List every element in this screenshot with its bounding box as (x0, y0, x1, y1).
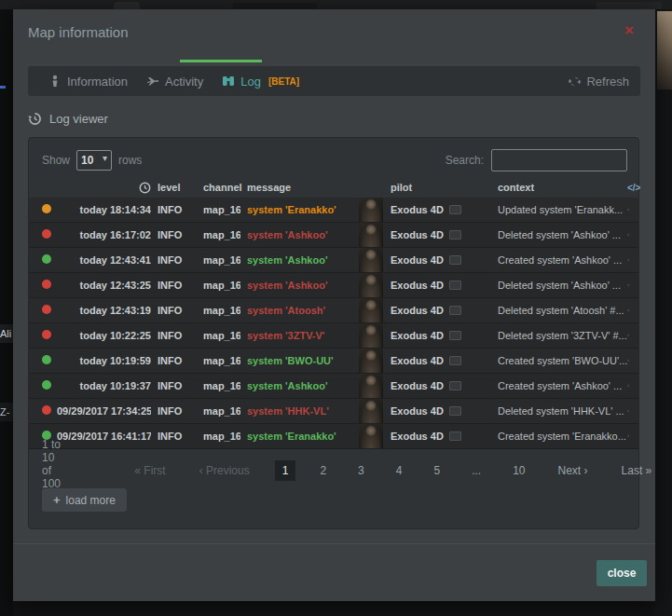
table-row[interactable]: today 10:19:37 INFO map_16 system 'Ashko… (29, 374, 638, 399)
code-icon: </> (627, 205, 629, 214)
pagination-page-4[interactable]: 4 (389, 460, 410, 481)
pilot-avatar (359, 424, 383, 448)
dialog-header: Map information × (13, 9, 655, 54)
log-context: Created system 'Ashkoo' ... (498, 380, 627, 391)
log-context: Created system 'Ashkoo' ... (498, 254, 627, 266)
pilot-name: Exodus 4D (391, 380, 444, 391)
pagination-previous[interactable]: ‹ Previous (190, 460, 259, 481)
log-channel: map_16 (197, 431, 240, 442)
page-background-left (0, 9, 13, 616)
pilot-card-icon (449, 381, 461, 390)
pilot-card-icon (449, 230, 461, 240)
table-row[interactable]: today 12:43:19 INFO map_16 system 'Atoos… (29, 298, 638, 323)
pilot-name: Exodus 4D (391, 405, 444, 417)
table-row[interactable]: today 12:43:25 INFO map_16 system 'Ashko… (29, 273, 638, 298)
close-icon[interactable]: × (620, 21, 638, 40)
pagination-page-1[interactable]: 1 (275, 460, 296, 481)
pagination-next[interactable]: Next › (549, 460, 597, 481)
status-dot (42, 330, 51, 339)
pagination-page-5[interactable]: 5 (426, 460, 447, 481)
table-row[interactable]: 09/29/2017 16:41:17 INFO map_16 system '… (29, 424, 638, 449)
log-context: Updated system 'Eranakk... (498, 204, 627, 215)
table-row[interactable]: today 12:43:41 INFO map_16 system 'Ashko… (29, 248, 638, 273)
search-input[interactable] (491, 149, 627, 171)
table-header-row: level channel message pilot context </> (29, 177, 638, 198)
log-message: system '3ZTV-V' (240, 330, 359, 341)
pagination-page-2[interactable]: 2 (312, 460, 334, 481)
pagination-page-...[interactable]: ... (464, 460, 488, 481)
log-message: system 'Ashkoo' (240, 254, 359, 266)
code-icon: </> (627, 183, 640, 193)
map-information-dialog: Map information × Information Activity L… (13, 9, 655, 601)
log-context: Deleted system 'HHK-VL' ... (498, 405, 627, 417)
header-pilot[interactable]: pilot (387, 182, 498, 193)
tab-information[interactable]: Information (39, 66, 137, 96)
status-dot (42, 305, 51, 314)
plus-icon: + (53, 493, 61, 507)
log-message: system 'Eranakko' (240, 431, 359, 442)
background-portrait-fragment (657, 11, 672, 89)
status-dot (42, 280, 51, 289)
pilot-name: Exodus 4D (391, 305, 444, 316)
header-message[interactable]: message (240, 182, 359, 193)
close-button[interactable]: close (597, 560, 647, 586)
tab-label: Information (67, 75, 128, 89)
table-row[interactable]: today 10:22:25 INFO map_16 system '3ZTV-… (29, 323, 638, 349)
background-blue-line-fragment (0, 86, 6, 89)
log-channel: map_16 (197, 254, 240, 266)
log-level: INFO (151, 405, 197, 417)
rows-label: rows (118, 154, 142, 167)
table-row[interactable]: 09/29/2017 17:34:25 INFO map_16 system '… (29, 399, 638, 424)
pilot-avatar (359, 198, 383, 222)
pagination-page-10[interactable]: 10 (505, 460, 532, 481)
pagination-page-3[interactable]: 3 (350, 460, 372, 481)
pilot-card-icon (449, 306, 461, 315)
table-row[interactable]: today 16:17:02 INFO map_16 system 'Ashko… (29, 223, 638, 248)
log-time: today 10:19:59 (57, 355, 151, 366)
code-icon: </> (627, 306, 629, 315)
tab-label: Activity (165, 75, 203, 89)
header-channel[interactable]: channel (197, 182, 240, 193)
log-channel: map_16 (197, 380, 240, 391)
pilot-name: Exodus 4D (391, 431, 444, 442)
page-size-select[interactable]: 10 (76, 150, 112, 171)
table-row[interactable]: today 18:14:34 INFO map_16 system 'Erana… (29, 198, 638, 223)
beta-badge: [BETA] (268, 76, 299, 87)
pilot-name: Exodus 4D (391, 355, 444, 366)
plane-icon (146, 75, 159, 88)
pilot-card-icon (449, 356, 461, 365)
pagination-first[interactable]: « First (125, 460, 174, 481)
load-more-button[interactable]: + load more (42, 488, 127, 512)
pilot-avatar (359, 374, 383, 398)
table-row[interactable]: today 10:19:59 INFO map_16 system 'BWO-U… (29, 349, 638, 374)
code-icon: </> (627, 381, 629, 390)
code-icon: </> (627, 431, 629, 441)
log-level: INFO (151, 204, 197, 215)
pilot-card-icon (449, 331, 461, 340)
log-viewer-heading: Log viewer (28, 109, 640, 128)
code-icon: </> (627, 230, 629, 240)
log-time: today 10:19:37 (57, 380, 151, 391)
tab-activity[interactable]: Activity (137, 66, 213, 96)
status-dot (42, 204, 51, 213)
log-message: system 'BWO-UU' (240, 355, 359, 366)
pagination-last[interactable]: Last » (612, 460, 662, 481)
tab-log[interactable]: Log [BETA] (213, 66, 309, 96)
header-context[interactable]: context (498, 182, 627, 193)
pilot-avatar (359, 349, 383, 373)
log-level: INFO (151, 355, 197, 366)
log-message: system 'HHK-VL' (240, 405, 359, 417)
log-message: system 'Ashkoo' (240, 229, 359, 240)
refresh-button[interactable]: Refresh (569, 75, 629, 89)
browser-bar-fragment (597, 2, 662, 9)
page-background-right (655, 9, 672, 616)
pagination: 1 to 10 of 100 rows « First ‹ Previous 1… (29, 459, 638, 483)
background-label-fragment: Ali (0, 324, 13, 343)
log-time: today 18:14:34 (57, 204, 151, 215)
pilot-card-icon (449, 205, 461, 214)
table-controls: Show 10 rows Search: (29, 138, 638, 171)
log-channel: map_16 (197, 305, 240, 316)
log-context: Deleted system '3ZTV-V' #... (498, 330, 627, 341)
pilot-name: Exodus 4D (391, 280, 444, 291)
header-level[interactable]: level (151, 182, 197, 193)
